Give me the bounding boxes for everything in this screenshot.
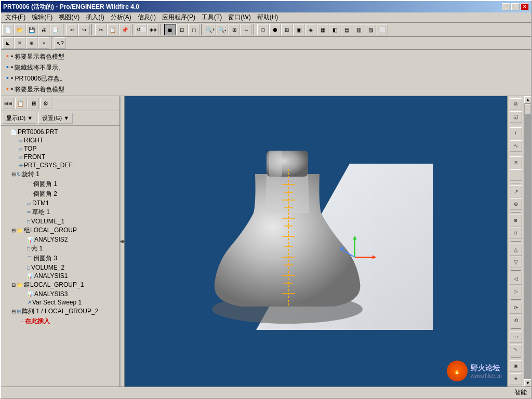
rt-btn-17[interactable]: ↔↕	[510, 331, 522, 343]
menu-info[interactable]: 信息(I)	[135, 12, 159, 23]
rt-btn-19[interactable]: ▣	[510, 360, 522, 372]
menu-help[interactable]: 帮助(H)	[254, 12, 282, 23]
maximize-button[interactable]: □	[511, 3, 520, 10]
expand-icon-group_local1[interactable]: ⊟	[11, 282, 16, 288]
tree-item-volume1[interactable]: □VOLUME_1	[3, 217, 117, 225]
scroll-up-button[interactable]: ▲	[524, 96, 531, 103]
model-display-4[interactable]: ▣	[293, 24, 304, 35]
model-display-3[interactable]: ⊞	[281, 24, 292, 35]
model-display-6[interactable]: ▦	[317, 24, 328, 35]
redo-button[interactable]: ↪	[78, 24, 90, 35]
tree-item-round3[interactable]: ⌒倒圆角 3	[3, 254, 117, 263]
menu-insert[interactable]: 插入(I)	[83, 12, 107, 23]
expand-icon-pattern1[interactable]: ⊟	[11, 309, 16, 314]
shading-button[interactable]: ◼	[164, 24, 176, 35]
rt-btn-14[interactable]: ▷	[510, 286, 522, 298]
model-display-9[interactable]: ▥	[353, 24, 364, 35]
model-display-10[interactable]: ▨	[365, 24, 376, 35]
panel-resize-handle[interactable]: ◀▶	[121, 96, 125, 387]
rt-btn-3[interactable]: /	[510, 127, 522, 139]
menu-view[interactable]: 视图(V)	[56, 12, 83, 23]
3d-viewport[interactable]: 🔥 野火论坛 www.rhfoe.cn	[125, 96, 507, 387]
rt-btn-10[interactable]: ⊟	[510, 228, 522, 240]
new-button[interactable]: 📄	[2, 24, 14, 35]
sketch-btn-3[interactable]: ⊕	[26, 37, 37, 49]
model-display-2[interactable]: ⬢	[269, 24, 281, 35]
rt-btn-16[interactable]: ⟲	[510, 315, 522, 327]
model-display-8[interactable]: ▤	[341, 24, 352, 35]
tree-item-analysis2[interactable]: 📊ANALYSIS2	[3, 235, 117, 244]
scroll-down-button[interactable]: ▼	[524, 379, 531, 387]
rt-btn-12[interactable]: ▽	[510, 257, 522, 269]
menu-applications[interactable]: 应用程序(P)	[159, 12, 198, 23]
rt-btn-20[interactable]: ◈	[510, 373, 522, 385]
close-button[interactable]: ✕	[521, 3, 529, 10]
copy-button[interactable]: 📋	[107, 24, 118, 35]
tree-item-prt_csys[interactable]: ✛PRT_CSYS_DEF	[3, 161, 117, 169]
menu-analysis[interactable]: 分析(A)	[108, 12, 135, 23]
model-display-1[interactable]: ⬡	[257, 24, 269, 35]
paste-button[interactable]: 📌	[119, 24, 130, 35]
rt-btn-13[interactable]: ◁	[510, 273, 522, 285]
tree-item-round2[interactable]: ⌒倒圆角 2	[3, 189, 117, 199]
zoom-out-button[interactable]: 🔍-	[217, 24, 228, 35]
sketch-btn-1[interactable]: ◣	[2, 37, 14, 49]
rt-btn-1[interactable]: ⧉	[510, 98, 522, 110]
menu-window[interactable]: 窗口(W)	[225, 12, 254, 23]
sketch-btn-2[interactable]: ✕	[14, 37, 25, 49]
tree-btn-4[interactable]: ⚙	[40, 98, 51, 109]
menu-edit[interactable]: 编辑(E)	[29, 12, 56, 23]
model-display-5[interactable]: ◈	[305, 24, 316, 35]
tree-item-right[interactable]: ▱RIGHT	[3, 136, 117, 144]
tree-item-insert_here[interactable]: →在此插入	[3, 316, 117, 326]
pdf-button[interactable]: 📑	[50, 24, 61, 35]
tree-item-analysis3[interactable]: 📊ANALYSIS3	[3, 290, 117, 298]
tree-item-dtm1[interactable]: ▱DTM1	[3, 199, 117, 207]
print-button[interactable]: 🖨	[38, 24, 49, 35]
rt-btn-6[interactable]: ··	[510, 169, 522, 181]
tree-btn-1[interactable]: ⊞⊞	[3, 98, 14, 109]
zoom-in-button[interactable]: 🔍+	[205, 24, 216, 35]
tree-item-sketch1[interactable]: ✏草绘 1	[3, 207, 117, 217]
pan-button[interactable]: ↔	[241, 24, 252, 35]
save-button[interactable]: 💾	[26, 24, 37, 35]
tree-item-shell1[interactable]: □壳 1	[3, 244, 117, 254]
rt-btn-4[interactable]: ∿	[510, 140, 522, 152]
undo-button[interactable]: ↩	[66, 24, 78, 35]
tree-btn-2[interactable]: 📋	[15, 98, 26, 109]
minimize-button[interactable]: _	[502, 3, 510, 10]
expand-icon-rotate1[interactable]: ⊟	[11, 171, 16, 177]
hidden-button[interactable]: ◻	[188, 24, 200, 35]
wireframe-button[interactable]: ⊡	[176, 24, 188, 35]
tree-item-top[interactable]: ▱TOP	[3, 144, 117, 153]
tree-item-front[interactable]: ▱FRONT	[3, 153, 117, 161]
model-display-11[interactable]: ⬜	[377, 24, 388, 35]
tree-item-pattern1[interactable]: ⊟⊞阵列 1 / LOCAL_GROUP_2	[3, 307, 117, 316]
rt-btn-5[interactable]: ✕	[510, 156, 522, 168]
rt-btn-7[interactable]: ↗	[510, 185, 522, 197]
tree-item-rotate1[interactable]: ⊟↻旋转 1	[3, 169, 117, 179]
rt-btn-18[interactable]: ⤡	[510, 344, 522, 356]
tree-item-volume2[interactable]: □VOLUME_2	[3, 263, 117, 272]
menu-tools[interactable]: 工具(T)	[198, 12, 225, 23]
display-dropdown-button[interactable]: 显示(D) ▼	[3, 113, 36, 124]
tree-item-root[interactable]: 📄PRT0006.PRT	[3, 128, 117, 136]
expand-icon-group_local[interactable]: ⊟	[11, 228, 16, 233]
settings-dropdown-button[interactable]: 设置(G) ▼	[38, 113, 73, 124]
menu-file[interactable]: 文件(F)	[2, 12, 29, 23]
rt-btn-11[interactable]: △	[510, 244, 522, 256]
tree-item-varsect[interactable]: ↗Var Sect Sweep 1	[3, 298, 117, 307]
rt-btn-9[interactable]: ⊞	[510, 215, 522, 227]
tree-item-round1[interactable]: ⌒倒圆角 1	[3, 179, 117, 189]
tree-item-group_local1[interactable]: ⊟📁组LOCAL_GROUP_1	[3, 280, 117, 290]
repaint-button[interactable]: ↺⬜	[136, 24, 147, 35]
tree-item-analysis1[interactable]: 📊ANALYSIS1	[3, 272, 117, 280]
rt-btn-2[interactable]: ◱	[510, 111, 522, 123]
cut-button[interactable]: ✂	[95, 24, 107, 35]
open-button[interactable]: 📂	[14, 24, 25, 35]
model-display-7[interactable]: ◧	[329, 24, 340, 35]
refresh-button[interactable]: ◈◈	[148, 24, 159, 35]
rt-btn-8[interactable]: ⊕	[510, 198, 522, 210]
zoom-fit-button[interactable]: ⊞	[229, 24, 240, 35]
tree-item-group_local[interactable]: ⊟📁组LOCAL_GROUP	[3, 225, 117, 235]
